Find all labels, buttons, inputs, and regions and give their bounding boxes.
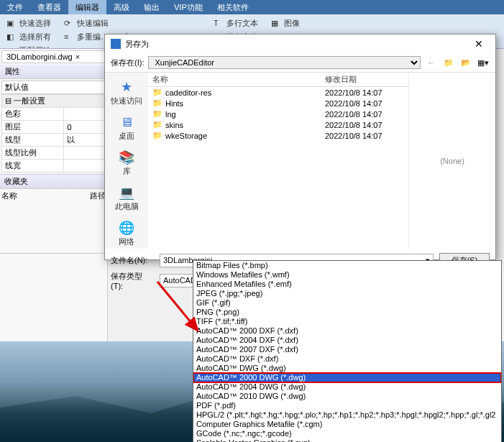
label: 快速选择 — [19, 18, 51, 29]
image-btn[interactable]: ▦图像 — [269, 17, 302, 29]
menu-advanced[interactable]: 高级 — [106, 0, 137, 14]
menu-vip[interactable]: VIP功能 — [167, 0, 210, 14]
dialog-title: 另存为 — [125, 39, 149, 50]
file-date: 2022/10/8 14:07 — [325, 99, 404, 108]
filetype-option[interactable]: TIFF (*.tif;*.tiff) — [193, 317, 501, 326]
sidebar-quick-access[interactable]: ★快速访问 — [105, 78, 148, 108]
filetype-option[interactable]: AutoCAD™ DXF (*.dxf) — [193, 354, 501, 364]
save-in-combo[interactable]: XunjieCADEditor — [148, 56, 421, 69]
menu-editor[interactable]: 编辑器 — [68, 0, 106, 14]
properties-table: ⊟ 一般设置 色彩 图层0 线型以 线型比例 线宽 — [1, 94, 106, 172]
up-icon[interactable]: 📁 — [442, 56, 455, 69]
folder-icon: 📁 — [152, 131, 162, 140]
col-name[interactable]: 名称 — [152, 74, 325, 85]
filetype-option[interactable]: AutoCAD™ 2004 DWG (*.dwg) — [193, 382, 501, 392]
save-in-label: 保存在(I): — [111, 57, 144, 68]
file-name: cadeditor-res — [165, 88, 325, 97]
sidebar-this-pc[interactable]: 💻此电脑 — [105, 184, 148, 213]
sidebar-network[interactable]: 🌐网络 — [105, 219, 148, 249]
file-name: lng — [165, 110, 325, 119]
sidebar-desktop[interactable]: 🖥桌面 — [105, 114, 148, 143]
folder-icon: 📁 — [152, 109, 162, 119]
filetype-option[interactable]: Enhanced Metafiles (*.emf) — [193, 280, 501, 289]
filetype-option[interactable]: AutoCAD™ 2000 DXF (*.dxf) — [193, 326, 501, 336]
multi-edit[interactable]: ≡多重编… — [62, 31, 111, 43]
select-all[interactable]: ◧选择所有 — [4, 31, 53, 43]
multi-text[interactable]: T多行文本 — [211, 17, 260, 29]
filetype-option[interactable]: AutoCAD™ 2000 DWG (*.dwg) — [193, 373, 501, 382]
file-name: skins — [165, 121, 325, 129]
file-row[interactable]: 📁skins2022/10/8 14:07 — [151, 119, 406, 130]
file-row[interactable]: 📁lng2022/10/8 14:07 — [151, 109, 406, 119]
col-name: 名称 — [1, 190, 90, 201]
filetype-option[interactable]: AutoCAD™ 2010 DWG (*.dwg) — [193, 392, 501, 401]
file-row[interactable]: 📁cadeditor-res2022/10/8 14:07 — [151, 87, 406, 98]
file-date: 2022/10/8 14:07 — [325, 121, 404, 129]
properties-title: 属性 — [0, 65, 107, 79]
filetype-option[interactable]: GIF (*.gif) — [193, 298, 501, 308]
views-icon[interactable]: ▦▾ — [477, 56, 490, 69]
folder-icon: 📁 — [152, 120, 162, 129]
filetype-option[interactable]: GCode (*.nc;*.ngc;*.gcode) — [193, 429, 501, 438]
filetype-option[interactable]: Computer Graphics Metafile (*.cgm) — [193, 420, 501, 429]
file-row[interactable]: 📁wkeStorage2022/10/8 14:07 — [151, 130, 406, 141]
menu-file[interactable]: 文件 — [0, 0, 30, 14]
filetype-option[interactable]: HPGL/2 (*.plt;*.hgl;*.hg;*.hpg;*.plo;*.h… — [193, 410, 501, 420]
col-path: 路径 — [90, 190, 106, 201]
menubar: 文件 查看器 编辑器 高级 输出 VIP功能 相关软件 — [0, 0, 504, 14]
file-date: 2022/10/8 14:07 — [325, 88, 404, 97]
document-tab[interactable]: 3DLamborgini.dwg × — [1, 50, 106, 63]
file-name: Hints — [165, 99, 325, 108]
col-date[interactable]: 修改日期 — [325, 74, 404, 85]
back-icon[interactable]: ← — [425, 56, 438, 69]
folder-icon: 📁 — [152, 88, 162, 97]
file-date: 2022/10/8 14:07 — [325, 110, 404, 119]
places-sidebar: ★快速访问 🖥桌面 📚库 💻此电脑 🌐网络 — [105, 73, 148, 249]
save-as-dialog: 另存为 ✕ 保存在(I): XunjieCADEditor ← 📁 📂 ▦▾ ★… — [104, 34, 496, 260]
label: 图像 — [284, 18, 300, 29]
doc-name: 3DLamborgini.dwg — [6, 52, 73, 61]
default-label: 默认值 — [1, 80, 106, 94]
new-folder-icon[interactable]: 📂 — [459, 56, 472, 69]
quick-select[interactable]: ▣快速选择 — [4, 17, 53, 29]
filetype-option[interactable]: Bitmap Files (*.bmp) — [193, 261, 501, 270]
label: 多行文本 — [226, 18, 258, 29]
filetype-option[interactable]: AutoCAD™ 2007 DXF (*.dxf) — [193, 345, 501, 354]
close-icon[interactable]: × — [75, 52, 80, 61]
filetype-option[interactable]: AutoCAD™ 2004 DXF (*.dxf) — [193, 336, 501, 345]
app-icon — [111, 39, 121, 49]
quick-edit[interactable]: ⟳快速编辑 — [62, 17, 111, 29]
menu-viewer[interactable]: 查看器 — [30, 0, 68, 14]
close-button[interactable]: ✕ — [468, 38, 490, 50]
file-row[interactable]: 📁Hints2022/10/8 14:07 — [151, 98, 406, 109]
sidebar-libraries[interactable]: 📚库 — [105, 149, 148, 178]
favorites-title: 收藏夹 — [0, 175, 107, 189]
filetype-option[interactable]: PNG (*.png) — [193, 308, 501, 317]
filetype-option[interactable]: JPEG (*.jpg;*.jpeg) — [193, 289, 501, 298]
filetype-label: 保存类型(T): — [111, 271, 154, 290]
file-date: 2022/10/8 14:07 — [325, 132, 404, 140]
filetype-option[interactable]: Windows Metafiles (*.wmf) — [193, 270, 501, 280]
preview-pane: (None) — [409, 73, 495, 249]
menu-output[interactable]: 输出 — [137, 0, 167, 14]
filename-label: 文件名(N): — [111, 255, 154, 266]
filetype-option[interactable]: Scalable Vector Graphics (*.svg) — [193, 438, 501, 442]
filetype-dropdown[interactable]: Bitmap Files (*.bmp)Windows Metafiles (*… — [193, 260, 502, 442]
file-name: wkeStorage — [165, 132, 325, 140]
label: 快速编辑 — [77, 18, 109, 29]
label: 选择所有 — [19, 32, 51, 42]
filetype-option[interactable]: PDF (*.pdf) — [193, 401, 501, 410]
folder-icon: 📁 — [152, 98, 162, 108]
filetype-option[interactable]: AutoCAD™ DWG (*.dwg) — [193, 364, 501, 373]
menu-related[interactable]: 相关软件 — [210, 0, 256, 14]
